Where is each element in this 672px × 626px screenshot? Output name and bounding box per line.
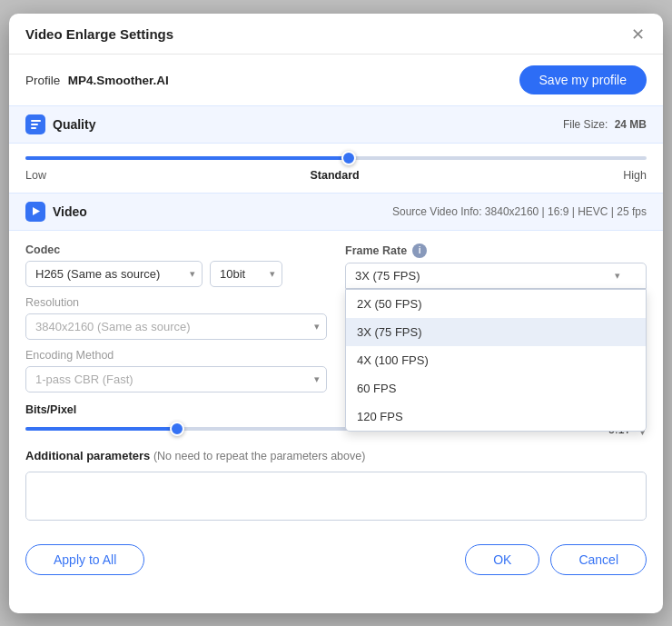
additional-params-label: Additional parameters (No need to repeat… xyxy=(25,449,647,462)
close-button[interactable]: ✕ xyxy=(629,26,647,43)
bits-pixel-thumb[interactable] xyxy=(170,422,184,436)
quality-slider-thumb[interactable] xyxy=(341,151,356,165)
footer-left: Apply to All xyxy=(25,544,144,575)
encoding-label: Encoding Method xyxy=(25,349,327,362)
apply-to-all-button[interactable]: Apply to All xyxy=(25,544,144,575)
profile-row: Profile MP4.Smoother.AI Save my profile xyxy=(9,55,663,105)
resolution-select[interactable]: 3840x2160 (Same as source) 1920x1080 xyxy=(25,313,327,340)
profile-name: MP4.Smoother.AI xyxy=(68,74,169,87)
encoding-field-group: Encoding Method 1-pass CBR (Fast) 2-pass… xyxy=(25,349,327,392)
codec-label: Codec xyxy=(25,243,327,256)
quality-slider-section: Low Standard High xyxy=(9,144,663,187)
encoding-select[interactable]: 1-pass CBR (Fast) 2-pass CBR xyxy=(25,366,327,392)
video-enlarge-settings-dialog: Video Enlarge Settings ✕ Profile MP4.Smo… xyxy=(9,14,663,613)
resolution-label: Resolution xyxy=(25,296,327,309)
frame-rate-option-120fps[interactable]: 120 FPS xyxy=(346,402,646,431)
svg-rect-1 xyxy=(31,124,38,125)
frame-rate-label: Frame Rate xyxy=(345,244,407,257)
bitdepth-select-wrapper[interactable]: 10bit 8bit xyxy=(203,261,282,287)
quality-slider-labels: Low Standard High xyxy=(25,164,647,182)
footer-right: OK Cancel xyxy=(465,544,647,575)
file-size: File Size: 24 MB xyxy=(563,118,647,131)
additional-params-input[interactable] xyxy=(25,472,647,521)
encoding-select-wrapper[interactable]: 1-pass CBR (Fast) 2-pass CBR xyxy=(25,366,327,392)
frame-rate-dropdown-menu: 2X (50 FPS) 3X (75 FPS) 4X (100 FPS) 60 … xyxy=(345,289,647,432)
frame-rate-selected[interactable]: 3X (75 FPS) ▾ xyxy=(345,263,647,289)
svg-rect-2 xyxy=(31,127,36,129)
frame-rate-info-icon[interactable]: i xyxy=(412,243,427,258)
frame-rate-option-4x[interactable]: 4X (100 FPS) xyxy=(346,346,646,374)
ok-button[interactable]: OK xyxy=(465,544,539,575)
codec-select-wrapper[interactable]: H265 (Same as source) H264 VP9 xyxy=(25,261,203,287)
resolution-field-group: Resolution 3840x2160 (Same as source) 19… xyxy=(25,296,327,340)
quality-label-standard: Standard xyxy=(311,169,360,182)
cancel-button[interactable]: Cancel xyxy=(550,544,647,575)
video-icon xyxy=(25,202,45,222)
frame-rate-option-2x[interactable]: 2X (50 FPS) xyxy=(346,290,646,318)
frame-rate-dropdown-area[interactable]: 3X (75 FPS) ▾ 2X (50 FPS) 3X (75 FPS) 4X… xyxy=(345,263,647,289)
frame-rate-option-3x[interactable]: 3X (75 FPS) xyxy=(346,318,646,346)
save-profile-button[interactable]: Save my profile xyxy=(519,65,647,94)
bitdepth-select[interactable]: 10bit 8bit xyxy=(210,261,282,287)
frame-rate-chevron-icon: ▾ xyxy=(615,270,620,282)
frame-rate-option-60fps[interactable]: 60 FPS xyxy=(346,374,646,402)
svg-rect-0 xyxy=(31,120,41,122)
video-title: Video xyxy=(53,204,87,219)
video-section-header: Video Source Video Info: 3840x2160 | 16:… xyxy=(9,193,663,231)
quality-section-header: Quality File Size: 24 MB xyxy=(9,105,663,144)
quality-icon xyxy=(25,114,45,134)
quality-slider-container[interactable] xyxy=(25,153,647,164)
profile-label: Profile MP4.Smoother.AI xyxy=(25,72,169,88)
additional-params-hint: (No need to repeat the parameters above) xyxy=(153,450,365,462)
frame-rate-field-group: Frame Rate i 3X (75 FPS) ▾ 2X (50 FPS) 3… xyxy=(345,243,647,289)
dialog-footer: Apply to All OK Cancel xyxy=(9,532,663,588)
codec-field-group: Codec H265 (Same as source) H264 VP9 10b… xyxy=(25,243,327,287)
resolution-select-wrapper[interactable]: 3840x2160 (Same as source) 1920x1080 xyxy=(25,313,327,340)
svg-marker-3 xyxy=(33,207,40,215)
quality-label-low: Low xyxy=(25,169,46,182)
quality-title: Quality xyxy=(53,117,95,132)
quality-label-high: High xyxy=(623,169,647,182)
codec-select[interactable]: H265 (Same as source) H264 VP9 xyxy=(25,261,203,287)
left-column: Codec H265 (Same as source) H264 VP9 10b… xyxy=(25,243,327,392)
dialog-title: Video Enlarge Settings xyxy=(25,26,173,42)
video-source-info: Source Video Info: 3840x2160 | 16:9 | HE… xyxy=(392,205,647,218)
dialog-header: Video Enlarge Settings ✕ xyxy=(9,14,663,55)
video-settings-section: Codec H265 (Same as source) H264 VP9 10b… xyxy=(9,231,663,439)
additional-params-section: Additional parameters (No need to repeat… xyxy=(9,438,663,524)
right-column: Frame Rate i 3X (75 FPS) ▾ 2X (50 FPS) 3… xyxy=(345,243,647,392)
